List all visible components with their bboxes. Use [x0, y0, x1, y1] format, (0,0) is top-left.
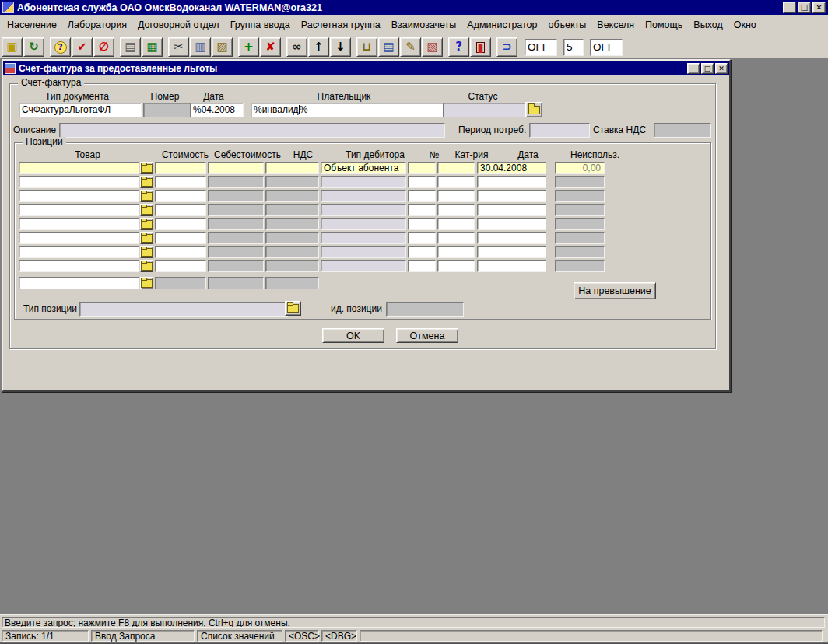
- commit-button[interactable]: ✔: [72, 37, 93, 57]
- table-cell[interactable]: [477, 204, 546, 216]
- table-cell[interactable]: 30.04.2008: [477, 162, 546, 174]
- menu-item-5[interactable]: Расчетная группа: [296, 18, 386, 32]
- table-cell[interactable]: [408, 260, 436, 272]
- table-cell[interactable]: [477, 176, 546, 188]
- table-cell[interactable]: [437, 232, 475, 244]
- table-cell[interactable]: [477, 218, 546, 230]
- menu-item-12[interactable]: Окно: [728, 18, 762, 32]
- description-field[interactable]: [59, 123, 445, 138]
- find-button[interactable]: ∞: [286, 37, 307, 57]
- excess-button[interactable]: На превышение: [574, 282, 656, 299]
- table-cell[interactable]: [19, 246, 139, 258]
- table-cell[interactable]: [155, 218, 206, 230]
- payer-field[interactable]: %инвалид%: [251, 103, 444, 117]
- table-cell[interactable]: [437, 246, 475, 258]
- menu-item-6[interactable]: Взаимозачеты: [386, 18, 462, 32]
- menu-item-8[interactable]: объекты: [543, 18, 592, 32]
- minimize-button[interactable]: _: [783, 2, 796, 13]
- table-cell[interactable]: [19, 260, 139, 272]
- cut-button[interactable]: ✂: [168, 37, 189, 57]
- table-cell[interactable]: [408, 190, 436, 202]
- menu-item-7[interactable]: Администратор: [461, 18, 542, 32]
- help-button[interactable]: ?: [448, 37, 469, 57]
- tovar-lov-button[interactable]: [140, 246, 153, 258]
- table-cell[interactable]: [408, 246, 436, 258]
- cards-help-button[interactable]: ▧: [422, 37, 443, 57]
- copy-button[interactable]: ▥: [190, 37, 211, 57]
- tovar-lov-button[interactable]: [140, 176, 153, 188]
- tovar-lov-button[interactable]: [140, 162, 153, 174]
- table-cell[interactable]: [437, 204, 475, 216]
- status-lov-button[interactable]: [525, 102, 542, 117]
- position-type-lov-button[interactable]: [285, 301, 301, 316]
- menu-item-4[interactable]: Группа ввода: [225, 18, 296, 32]
- table-cell[interactable]: [19, 218, 139, 230]
- tovar-lov-button[interactable]: [140, 232, 153, 244]
- table-cell[interactable]: [155, 162, 206, 174]
- delete-record-button[interactable]: ✘: [260, 37, 281, 57]
- table-cell[interactable]: [155, 190, 206, 202]
- print-button[interactable]: ▤: [120, 37, 141, 57]
- previous-record-button[interactable]: ↑: [308, 37, 329, 57]
- edit-note-button[interactable]: ✎: [400, 37, 421, 57]
- table-cell[interactable]: [408, 176, 436, 188]
- table-cell[interactable]: [19, 277, 139, 289]
- tovar-lov-button[interactable]: [140, 277, 153, 289]
- rollback-button[interactable]: ↻: [23, 37, 44, 57]
- maximize-button[interactable]: □: [798, 2, 811, 13]
- period-field[interactable]: [529, 123, 590, 138]
- menu-item-11[interactable]: Выход: [688, 18, 728, 32]
- dialog-minimize-button[interactable]: _: [687, 63, 700, 74]
- connect-button[interactable]: ⊃: [496, 37, 518, 57]
- cancel-button[interactable]: ∅: [93, 37, 114, 57]
- lov-query-button[interactable]: ?: [50, 37, 71, 57]
- paste-button[interactable]: ▨: [212, 37, 233, 57]
- table-cell[interactable]: [477, 190, 546, 202]
- table-cell[interactable]: [477, 260, 546, 272]
- tovar-lov-button[interactable]: [140, 218, 153, 230]
- toolbar-level-field[interactable]: 5: [563, 39, 584, 56]
- table-cell[interactable]: [265, 162, 319, 174]
- table-cell[interactable]: [19, 204, 139, 216]
- table-cell[interactable]: [155, 246, 206, 258]
- purge-button[interactable]: ⊔: [356, 37, 377, 57]
- next-record-button[interactable]: ↓: [330, 37, 351, 57]
- table-cell[interactable]: [155, 260, 206, 272]
- toolbar-toggle-2[interactable]: OFF: [590, 39, 623, 56]
- table-cell[interactable]: [477, 232, 546, 244]
- status-field[interactable]: [443, 103, 529, 117]
- table-cell[interactable]: [477, 246, 546, 258]
- date-field[interactable]: %04.2008: [190, 103, 244, 117]
- table-cell[interactable]: [19, 176, 139, 188]
- clipboard-list-button[interactable]: ▤: [378, 37, 399, 57]
- exit-button[interactable]: ▮: [470, 37, 491, 57]
- save-button[interactable]: ▣: [2, 37, 23, 57]
- menu-item-1[interactable]: Население: [2, 18, 62, 32]
- table-cell[interactable]: Объект абонента: [321, 162, 406, 174]
- tovar-lov-button[interactable]: [140, 190, 153, 202]
- table-cell[interactable]: [19, 190, 139, 202]
- close-button[interactable]: ✕: [812, 2, 826, 13]
- table-cell[interactable]: [408, 232, 436, 244]
- dialog-close-button[interactable]: ✕: [715, 63, 728, 74]
- ok-button[interactable]: OK: [322, 328, 384, 343]
- table-cell[interactable]: [437, 162, 475, 174]
- table-cell[interactable]: [437, 218, 475, 230]
- menu-item-3[interactable]: Договорной отдел: [132, 18, 225, 32]
- tovar-lov-button[interactable]: [140, 260, 153, 272]
- menu-item-2[interactable]: Лаборатория: [62, 18, 132, 32]
- table-cell[interactable]: [437, 190, 475, 202]
- table-cell[interactable]: [155, 204, 206, 216]
- doc-type-field[interactable]: СчФактураЛьготаФЛ: [19, 103, 142, 117]
- table-cell[interactable]: [437, 176, 475, 188]
- table-cell[interactable]: [408, 204, 436, 216]
- table-cell[interactable]: [437, 260, 475, 272]
- export-excel-button[interactable]: ▦: [142, 37, 163, 57]
- table-cell[interactable]: [408, 162, 436, 174]
- dialog-maximize-button[interactable]: □: [701, 63, 714, 74]
- table-cell[interactable]: [408, 218, 436, 230]
- toolbar-toggle-1[interactable]: OFF: [525, 39, 557, 56]
- tovar-lov-button[interactable]: [140, 204, 153, 216]
- menu-item-9[interactable]: Векселя: [591, 18, 640, 32]
- table-cell[interactable]: [19, 162, 139, 174]
